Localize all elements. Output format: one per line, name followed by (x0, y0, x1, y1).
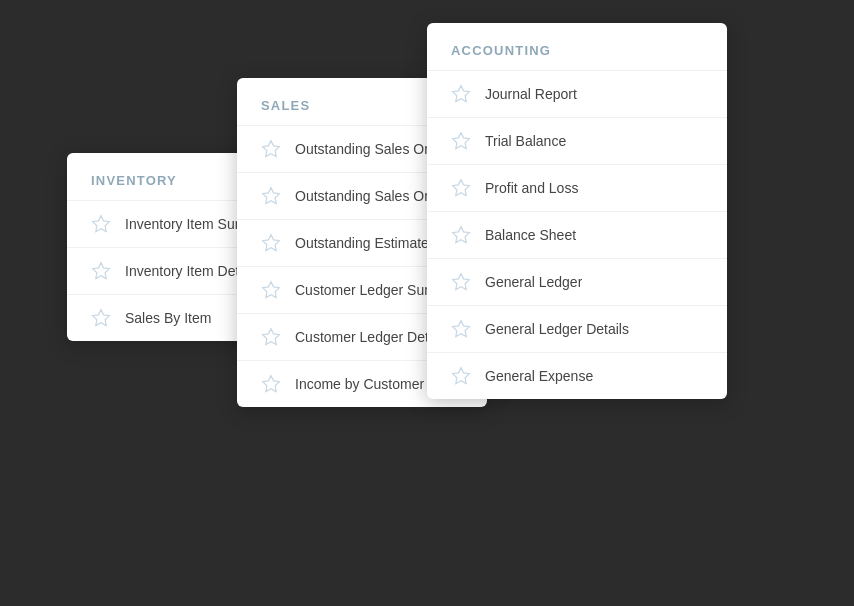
item-label: General Ledger Details (485, 321, 629, 337)
list-item[interactable]: General Ledger (427, 258, 727, 305)
svg-marker-15 (453, 368, 470, 384)
svg-marker-9 (453, 86, 470, 102)
accounting-title: ACCOUNTING (451, 43, 703, 58)
list-item[interactable]: General Expense (427, 352, 727, 399)
svg-marker-7 (263, 329, 280, 345)
svg-marker-3 (263, 141, 280, 157)
star-icon (451, 272, 471, 292)
star-icon (261, 280, 281, 300)
accounting-card: ACCOUNTING Journal Report Trial Balance (427, 23, 727, 399)
star-icon (261, 327, 281, 347)
list-item[interactable]: Trial Balance (427, 117, 727, 164)
svg-marker-12 (453, 227, 470, 243)
star-icon (451, 319, 471, 339)
star-icon (451, 225, 471, 245)
item-label: Journal Report (485, 86, 577, 102)
list-item[interactable]: Journal Report (427, 70, 727, 117)
star-icon (451, 131, 471, 151)
star-icon (261, 374, 281, 394)
star-icon (91, 308, 111, 328)
svg-marker-4 (263, 188, 280, 204)
star-icon (451, 366, 471, 386)
svg-marker-14 (453, 321, 470, 337)
item-label: General Ledger (485, 274, 582, 290)
svg-marker-6 (263, 282, 280, 298)
list-item[interactable]: General Ledger Details (427, 305, 727, 352)
star-icon (451, 84, 471, 104)
svg-marker-1 (93, 263, 110, 279)
cards-container: INVENTORY Inventory Item Summary Invento… (67, 23, 787, 583)
svg-marker-10 (453, 133, 470, 149)
svg-marker-11 (453, 180, 470, 196)
item-label: Outstanding Estimates (295, 235, 436, 251)
star-icon (451, 178, 471, 198)
svg-marker-0 (93, 216, 110, 232)
accounting-header: ACCOUNTING (427, 23, 727, 70)
svg-marker-2 (93, 310, 110, 326)
star-icon (261, 233, 281, 253)
item-label: Balance Sheet (485, 227, 576, 243)
svg-marker-8 (263, 376, 280, 392)
item-label: Profit and Loss (485, 180, 578, 196)
star-icon (91, 214, 111, 234)
item-label: Customer Ledger Detail (295, 329, 443, 345)
star-icon (261, 139, 281, 159)
item-label: Inventory Item Detail (125, 263, 253, 279)
item-label: General Expense (485, 368, 593, 384)
list-item[interactable]: Balance Sheet (427, 211, 727, 258)
svg-marker-13 (453, 274, 470, 290)
list-item[interactable]: Profit and Loss (427, 164, 727, 211)
item-label: Trial Balance (485, 133, 566, 149)
item-label: Sales By Item (125, 310, 211, 326)
star-icon (261, 186, 281, 206)
svg-marker-5 (263, 235, 280, 251)
star-icon (91, 261, 111, 281)
